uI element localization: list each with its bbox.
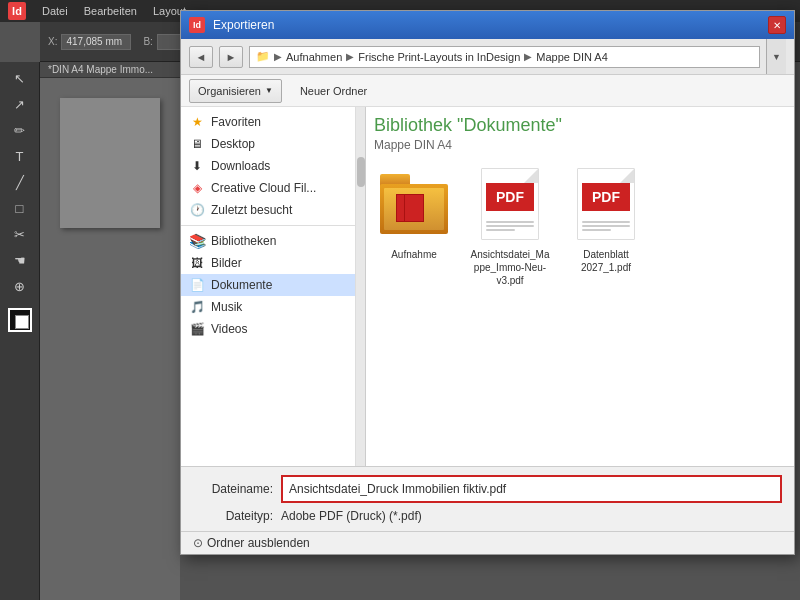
nav-back-button[interactable]: ◄ bbox=[189, 46, 213, 68]
doc-tab[interactable]: *DIN A4 Mappe Immo... bbox=[40, 62, 180, 78]
filetype-row: Dateityp: Adobe PDF (Druck) (*.pdf) bbox=[193, 509, 782, 523]
nav-path-aufnahmen[interactable]: Aufnahmen bbox=[286, 51, 342, 63]
doc-canvas bbox=[60, 98, 160, 228]
sidebar-label-favoriten: Favoriten bbox=[211, 115, 261, 129]
file-item-ansichtsdatei[interactable]: PDF Ansichtsdatei_Mappe_Immo-Neu-v3.pdf bbox=[470, 164, 550, 287]
tool-type[interactable]: T bbox=[6, 144, 34, 168]
file-item-aufnahme[interactable]: Aufnahme bbox=[374, 164, 454, 261]
tool-pen[interactable]: ✏ bbox=[6, 118, 34, 142]
pdf1-badge: PDF bbox=[486, 183, 534, 211]
nav-path: 📁 ▶ Aufnahmen ▶ Frische Print-Layouts in… bbox=[249, 46, 760, 68]
sidebar-label-zuletzt: Zuletzt besucht bbox=[211, 203, 292, 217]
sidebar-item-creative-cloud[interactable]: ◈ Creative Cloud Fil... bbox=[181, 177, 355, 199]
tool-scissors[interactable]: ✂ bbox=[6, 222, 34, 246]
menu-bearbeiten[interactable]: Bearbeiten bbox=[84, 5, 137, 17]
navigation-bar: ◄ ► 📁 ▶ Aufnahmen ▶ Frische Print-Layout… bbox=[181, 39, 794, 75]
pdf2-badge: PDF bbox=[582, 183, 630, 211]
sidebar-scrollbar[interactable] bbox=[356, 107, 366, 466]
pdf1-lines bbox=[486, 221, 534, 233]
nav-path-dropdown-button[interactable]: ▼ bbox=[766, 39, 786, 74]
file-grid: Aufnahme PDF bbox=[374, 164, 786, 287]
tool-zoom[interactable]: ⊕ bbox=[6, 274, 34, 298]
sidebar-label-bilder: Bilder bbox=[211, 256, 242, 270]
filename-input[interactable] bbox=[283, 477, 780, 501]
tool-direct[interactable]: ↗ bbox=[6, 92, 34, 116]
filename-input-wrapper bbox=[281, 475, 782, 503]
sidebar-item-bilder[interactable]: 🖼 Bilder bbox=[181, 252, 355, 274]
folder-body bbox=[380, 184, 448, 234]
folder-icon-area bbox=[378, 164, 450, 244]
sidebar-item-videos[interactable]: 🎬 Videos bbox=[181, 318, 355, 340]
expand-label[interactable]: Ordner ausblenden bbox=[207, 536, 310, 550]
new-folder-button[interactable]: Neuer Ordner bbox=[290, 79, 377, 103]
nav-arrow-2: ▶ bbox=[346, 51, 354, 62]
organize-button[interactable]: Organisieren ▼ bbox=[189, 79, 282, 103]
x-input[interactable] bbox=[61, 34, 131, 50]
nav-path-icon: 📁 bbox=[256, 50, 270, 63]
x-coord-group: X: bbox=[48, 34, 131, 50]
star-icon: ★ bbox=[189, 114, 205, 130]
expand-icon[interactable]: ⊙ bbox=[193, 536, 203, 550]
folder-expand-row: ⊙ Ordner ausblenden bbox=[181, 531, 794, 554]
organize-label: Organisieren bbox=[198, 85, 261, 97]
pdf2-lines bbox=[582, 221, 630, 233]
sidebar-item-desktop[interactable]: 🖥 Desktop bbox=[181, 133, 355, 155]
dialog-title-text: Exportieren bbox=[213, 18, 760, 32]
sidebar-label-desktop: Desktop bbox=[211, 137, 255, 151]
documents-icon: 📄 bbox=[189, 277, 205, 293]
pdf1-line-1 bbox=[486, 221, 534, 223]
file-name-aufnahme: Aufnahme bbox=[391, 248, 437, 261]
nav-path-frische[interactable]: Frische Print-Layouts in InDesign bbox=[358, 51, 520, 63]
tool-hand[interactable]: ☚ bbox=[6, 248, 34, 272]
tool-line[interactable]: ╱ bbox=[6, 170, 34, 194]
nav-forward-button[interactable]: ► bbox=[219, 46, 243, 68]
folder-photo-2 bbox=[404, 194, 424, 222]
file-item-datenblatt[interactable]: PDF Datenblatt 2027_1.pdf bbox=[566, 164, 646, 274]
music-icon: 🎵 bbox=[189, 299, 205, 315]
sidebar-label-downloads: Downloads bbox=[211, 159, 270, 173]
pdf2-line-2 bbox=[582, 225, 630, 227]
filetype-value: Adobe PDF (Druck) (*.pdf) bbox=[281, 509, 422, 523]
filename-row: Dateiname: bbox=[193, 475, 782, 503]
sidebar-item-bibliotheken[interactable]: 📚 Bibliotheken bbox=[181, 230, 355, 252]
left-tool-panel: ↖ ↗ ✏ T ╱ □ ✂ ☚ ⊕ bbox=[0, 62, 40, 600]
sidebar-scrollbar-thumb bbox=[357, 157, 365, 187]
pdf1-line-2 bbox=[486, 225, 534, 227]
videos-icon: 🎬 bbox=[189, 321, 205, 337]
file-area: Bibliothek "Dokumente" Mappe DIN A4 bbox=[366, 107, 794, 466]
dialog-titlebar: Id Exportieren ✕ bbox=[181, 11, 794, 39]
b-label: B: bbox=[143, 36, 152, 47]
sidebar-item-musik[interactable]: 🎵 Musik bbox=[181, 296, 355, 318]
sidebar-item-zuletzt[interactable]: 🕐 Zuletzt besucht bbox=[181, 199, 355, 221]
library-subtitle: Mappe DIN A4 bbox=[374, 138, 786, 152]
desktop-icon: 🖥 bbox=[189, 136, 205, 152]
library-title: Bibliothek "Dokumente" bbox=[374, 115, 786, 136]
cc-icon: ◈ bbox=[189, 180, 205, 196]
tool-select[interactable]: ↖ bbox=[6, 66, 34, 90]
dialog-title-icon: Id bbox=[189, 17, 205, 33]
sidebar-item-dokumente[interactable]: 📄 Dokumente bbox=[181, 274, 355, 296]
organize-arrow-icon: ▼ bbox=[265, 86, 273, 95]
toolbar-row: Organisieren ▼ Neuer Ordner bbox=[181, 75, 794, 107]
menu-datei[interactable]: Datei bbox=[42, 5, 68, 17]
folder-icon bbox=[380, 174, 448, 234]
x-label: X: bbox=[48, 36, 57, 47]
dialog-close-button[interactable]: ✕ bbox=[768, 16, 786, 34]
downloads-icon: ⬇ bbox=[189, 158, 205, 174]
sidebar-section-favorites: ★ Favoriten 🖥 Desktop ⬇ Downloads ◈ bbox=[181, 111, 355, 221]
nav-arrow-1: ▶ bbox=[274, 51, 282, 62]
tool-rect[interactable]: □ bbox=[6, 196, 34, 220]
sidebar-label-dokumente: Dokumente bbox=[211, 278, 272, 292]
sidebar-item-favoriten[interactable]: ★ Favoriten bbox=[181, 111, 355, 133]
filename-label: Dateiname: bbox=[193, 482, 273, 496]
sidebar-item-downloads[interactable]: ⬇ Downloads bbox=[181, 155, 355, 177]
color-selector[interactable] bbox=[8, 308, 32, 332]
sidebar-label-creative-cloud: Creative Cloud Fil... bbox=[211, 181, 316, 195]
pdf1-icon-area: PDF bbox=[474, 164, 546, 244]
folder-inner bbox=[384, 188, 444, 230]
pdf2-icon: PDF bbox=[577, 168, 635, 240]
document-area: *DIN A4 Mappe Immo... bbox=[40, 62, 180, 600]
nav-path-mappe[interactable]: Mappe DIN A4 bbox=[536, 51, 608, 63]
sidebar-label-bibliotheken: Bibliotheken bbox=[211, 234, 276, 248]
pdf1-line-3 bbox=[486, 229, 515, 231]
